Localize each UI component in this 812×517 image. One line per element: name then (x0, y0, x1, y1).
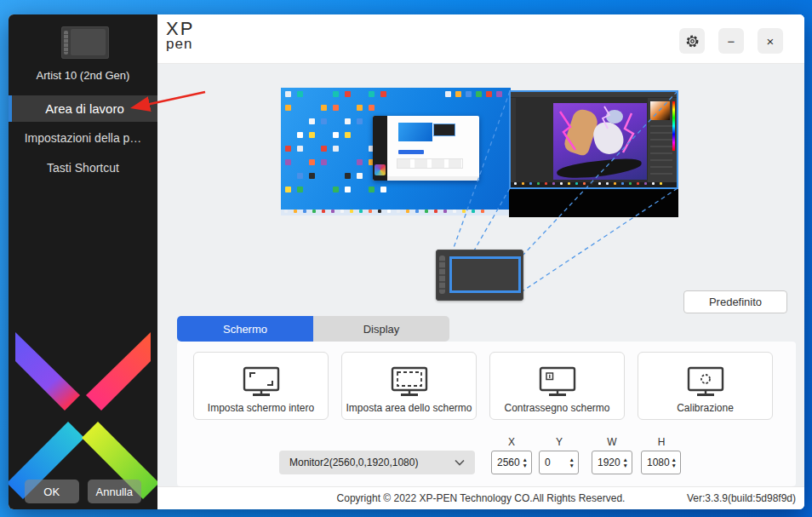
chevron-down-icon (455, 459, 465, 466)
gear-icon (685, 34, 700, 49)
default-button[interactable]: Predefinito (683, 290, 787, 313)
y-spin-down-icon[interactable]: ▼ (569, 462, 575, 468)
nested-driver-window (373, 116, 479, 181)
close-icon: × (767, 34, 775, 49)
w-spin-down-icon[interactable]: ▼ (623, 462, 628, 468)
ok-button[interactable]: OK (25, 480, 79, 503)
x-label: X (491, 436, 532, 448)
set-screen-area-card[interactable]: Imposta area dello schermo (341, 352, 477, 420)
tablet-active-area[interactable] (449, 256, 521, 293)
monitor2-taskbar (511, 182, 677, 187)
sidebar-item-impostazioni-penna[interactable]: Impostazioni della p… (9, 125, 157, 151)
monitor-preview-1[interactable] (281, 88, 511, 215)
monitor-calibrate-icon (686, 366, 725, 397)
cancel-button[interactable]: Annulla (88, 480, 142, 503)
set-full-screen-card[interactable]: Imposta schermo intero (193, 352, 329, 420)
y-label: Y (539, 436, 580, 448)
minimize-button[interactable]: − (718, 28, 744, 54)
monitor1-taskbar (281, 210, 511, 215)
tab-schermo[interactable]: Schermo (177, 316, 313, 342)
close-button[interactable]: × (758, 28, 783, 54)
tablet-preview (436, 250, 523, 301)
device-name: Artist 10 (2nd Gen) (9, 69, 157, 82)
tab-bar: Schermo Display (177, 316, 449, 342)
w-label: W (592, 436, 632, 448)
screen-action-cards: Imposta schermo intero Imposta area dell… (193, 352, 773, 420)
sidebar: Artist 10 (2nd Gen) Area di lavoro Impos… (9, 14, 157, 509)
header: XP pen − × (157, 14, 804, 64)
w-spinner[interactable]: 1920 ▲ ▼ (592, 451, 632, 474)
h-spin-down-icon[interactable]: ▼ (672, 462, 677, 468)
version-text: Ver:3.3.9(build:5d98f9d) (687, 492, 796, 504)
identify-screen-card[interactable]: Contrassegno schermo (489, 352, 625, 420)
minimize-icon: − (728, 34, 735, 49)
monitor1-icons-topright (445, 91, 509, 101)
monitor-area-icon (390, 366, 429, 397)
h-spinner[interactable]: 1080 ▲ ▼ (641, 451, 681, 474)
x-spinner[interactable]: 2560 ▲ ▼ (491, 451, 532, 474)
sidebar-item-tasti-shortcut[interactable]: Tasti Shortcut (9, 155, 157, 181)
monitor-preview-2-selected[interactable] (509, 90, 678, 189)
settings-button[interactable] (679, 28, 705, 54)
xppen-logo: XP pen (166, 20, 194, 51)
x-spin-down-icon[interactable]: ▼ (523, 462, 528, 468)
monitor-fullscreen-icon (242, 366, 281, 397)
copyright-text: Copyright © 2022 XP-PEN Technology CO.Al… (337, 492, 626, 504)
footer: Copyright © 2022 XP-PEN Technology CO.Al… (157, 486, 804, 509)
y-spin-up-icon[interactable]: ▲ (569, 457, 575, 462)
sidebar-item-area-di-lavoro[interactable]: Area di lavoro (9, 95, 157, 122)
calibration-card[interactable]: Calibrazione (638, 352, 773, 420)
y-spinner[interactable]: 0 ▲ ▼ (539, 451, 579, 474)
main-area: XP pen − × (157, 14, 804, 509)
tablet-device-image (61, 26, 109, 59)
h-spin-up-icon[interactable]: ▲ (672, 457, 677, 462)
tab-display[interactable]: Display (313, 316, 449, 342)
artwork-canvas (553, 103, 647, 180)
tablet-express-keys (439, 256, 445, 294)
virtual-desktop-empty-area (509, 189, 678, 217)
h-label: H (641, 436, 682, 448)
x-spin-up-icon[interactable]: ▲ (523, 457, 528, 462)
monitor-identify-icon (538, 366, 577, 397)
monitor-select-dropdown[interactable]: Monitor2(2560,0,1920,1080) (279, 451, 475, 474)
w-spin-up-icon[interactable]: ▲ (623, 457, 628, 462)
xppen-driver-window: Artist 10 (2nd Gen) Area di lavoro Impos… (9, 14, 804, 509)
color-panel (648, 98, 677, 182)
